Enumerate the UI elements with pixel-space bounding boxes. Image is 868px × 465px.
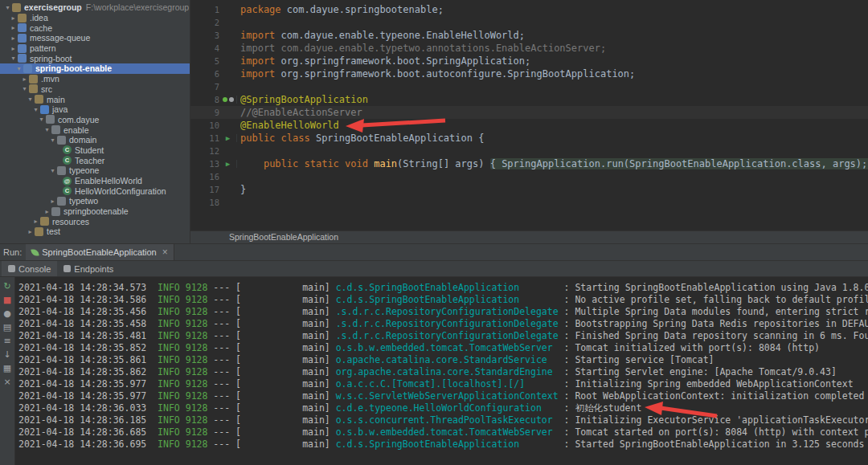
chevron-collapsed-icon[interactable]: ▸ [31, 218, 40, 225]
tree-item-helloworldconfiguration[interactable]: CHelloWorldConfiguration [0, 186, 190, 196]
tree-item-label: resources [52, 217, 89, 226]
console-log[interactable]: 2021-04-18 14:28:34.573 INFO 9128 --- [ … [15, 277, 868, 465]
code-line-4[interactable]: 4import com.dayue.enable.typetwo.annotat… [190, 42, 868, 55]
log-line: 2021-04-18 14:28:35.456 INFO 9128 --- [ … [18, 306, 868, 318]
code-line-9[interactable]: 9//@EnableActionServer [190, 106, 868, 119]
chevron-expanded-icon[interactable]: ▾ [3, 4, 12, 11]
tree-item-pattern[interactable]: ▸pattern [0, 43, 190, 54]
tree-item-enable[interactable]: ▾enable [0, 124, 190, 135]
code-line-18[interactable]: 18 [190, 196, 868, 209]
chevron-expanded-icon[interactable]: ▾ [9, 55, 18, 62]
tree-item-.idea[interactable]: ▸.idea [0, 13, 190, 23]
tab-console[interactable]: Console [2, 261, 57, 276]
line-number: 13 [190, 159, 219, 169]
tab-endpoints[interactable]: Endpoints [57, 261, 120, 276]
code-line-11[interactable]: 11▶public class SpringBootEnableApplicat… [190, 132, 868, 145]
clear-all-icon[interactable]: × [3, 377, 10, 387]
run-tab[interactable]: SpringBootEnableApplication × [26, 244, 174, 260]
code-text: @EnableHelloWorld [237, 120, 339, 131]
tree-item-typetwo[interactable]: ▸typetwo [0, 196, 190, 206]
log-line: 2021-04-18 14:28:35.861 INFO 9128 --- [ … [18, 354, 868, 366]
chevron-collapsed-icon[interactable]: ▸ [20, 75, 29, 83]
editor-breadcrumb[interactable]: SpringBootEnableApplication [190, 230, 868, 243]
module-icon [18, 54, 27, 63]
chevron-expanded-icon[interactable]: ▾ [43, 126, 51, 133]
tree-item-springbootenable[interactable]: ▸springbootenable [0, 206, 190, 217]
tree-item-cache[interactable]: ▸cache [0, 22, 190, 33]
code-line-10[interactable]: 10@EnableHelloWorld [190, 119, 868, 132]
tree-item-label: pattern [30, 43, 56, 53]
class-icon: C [63, 145, 72, 154]
tree-item-label: spring-boot-enable [35, 63, 112, 73]
log-line: 2021-04-18 14:28:36.695 INFO 9128 --- [ … [18, 438, 868, 451]
chevron-collapsed-icon[interactable]: ▸ [9, 35, 18, 42]
chevron-expanded-icon[interactable]: ▾ [48, 137, 57, 144]
line-number: 7 [190, 82, 219, 92]
run-panel-header: Run: SpringBootEnableApplication × [0, 244, 868, 260]
restore-layout-icon[interactable]: ▤ [3, 323, 11, 332]
code-line-12[interactable]: 12 [190, 145, 868, 157]
stop-icon[interactable]: ■ [3, 296, 11, 305]
line-number: 10 [190, 120, 219, 130]
console-menu-icon[interactable]: ≡ [3, 337, 10, 346]
chevron-expanded-icon[interactable]: ▾ [37, 116, 46, 123]
breadcrumb-file[interactable]: SpringBootEnableApplication [229, 232, 338, 242]
tree-item-main[interactable]: ▾main [0, 94, 190, 104]
beans-gutter-icon[interactable] [219, 96, 237, 104]
code-line-7[interactable]: 7 [190, 80, 868, 93]
folder-icon [29, 84, 38, 93]
tree-item-student[interactable]: CStudent [0, 145, 190, 156]
tree-item-path: F:\workplace\exercisegroup [86, 2, 189, 12]
chevron-expanded-icon[interactable]: ▾ [14, 65, 23, 72]
code-line-3[interactable]: 3import com.dayue.enable.typeone.EnableH… [190, 29, 868, 42]
chevron-collapsed-icon[interactable]: ▸ [48, 198, 57, 205]
tree-item-resources[interactable]: ▸resources [0, 216, 190, 226]
code-line-6[interactable]: 6import org.springframework.boot.autocon… [190, 67, 868, 80]
tree-item-.mvn[interactable]: ▸.mvn [0, 74, 190, 84]
close-icon[interactable]: × [162, 248, 168, 256]
run-gutter-icon[interactable]: ▶ [219, 160, 237, 168]
chevron-expanded-icon[interactable]: ▾ [20, 85, 29, 92]
tree-item-domain[interactable]: ▾domain [0, 135, 190, 145]
code-line-1[interactable]: 1package com.dayue.springbootenable; [190, 3, 868, 16]
bean-icon[interactable] [229, 97, 234, 102]
editor-code[interactable]: 1package com.dayue.springbootenable;23im… [190, 0, 868, 230]
tree-item-src[interactable]: ▾src [0, 84, 190, 95]
chevron-collapsed-icon[interactable]: ▸ [43, 208, 51, 215]
code-text: package com.dayue.springbootenable; [237, 4, 444, 15]
chevron-expanded-icon[interactable]: ▾ [48, 167, 57, 174]
tree-item-message-queue[interactable]: ▸message-queue [0, 33, 190, 43]
tree-item-enablehelloworld[interactable]: @EnableHelloWorld [0, 176, 190, 186]
rerun-icon[interactable]: ↻ [3, 282, 10, 292]
tree-item-typeone[interactable]: ▾typeone [0, 165, 190, 176]
tree-item-test[interactable]: ▸test [0, 226, 190, 237]
tree-item-com.dayue[interactable]: ▾com.dayue [0, 115, 190, 125]
tree-item-java[interactable]: ▾java [0, 104, 190, 115]
package-icon [46, 115, 55, 124]
run-gutter-icon[interactable]: ▶ [219, 134, 237, 142]
code-line-2[interactable]: 2 [190, 16, 868, 29]
code-line-5[interactable]: 5import org.springframework.boot.SpringA… [190, 55, 868, 67]
tree-item-teacher[interactable]: CTeacher [0, 155, 190, 165]
chevron-collapsed-icon[interactable]: ▸ [9, 24, 18, 31]
run-dashboard-icon[interactable]: ● [3, 309, 11, 319]
chevron-expanded-icon[interactable]: ▾ [31, 106, 40, 113]
tree-item-exercisegroup[interactable]: ▾exercisegroupF:\workplace\exercisegroup [0, 2, 190, 13]
tree-item-spring-boot[interactable]: ▾spring-boot [0, 53, 190, 63]
log-line: 2021-04-18 14:28:34.573 INFO 9128 --- [ … [18, 282, 868, 294]
chevron-collapsed-icon[interactable]: ▸ [26, 228, 35, 235]
code-line-16[interactable]: 16 [190, 170, 868, 183]
code-line-17[interactable]: 17} [190, 183, 868, 196]
code-line-13[interactable]: 13▶ public static void main(String[] arg… [190, 157, 868, 170]
code-line-8[interactable]: 8@SpringBootApplication [190, 93, 868, 106]
chevron-collapsed-icon[interactable]: ▸ [9, 14, 18, 22]
scroll-to-end-icon[interactable]: ↓ [3, 350, 10, 360]
bean-icon[interactable] [223, 97, 227, 102]
tree-item-spring-boot-enable[interactable]: ▾spring-boot-enable [0, 63, 190, 74]
line-number: 12 [190, 146, 219, 156]
chevron-collapsed-icon[interactable]: ▸ [9, 45, 18, 52]
print-icon[interactable]: ▦ [3, 364, 11, 373]
log-line: 2021-04-18 14:28:36.185 INFO 9128 --- [ … [18, 414, 868, 426]
package-icon [51, 125, 60, 134]
chevron-expanded-icon[interactable]: ▾ [26, 96, 35, 103]
